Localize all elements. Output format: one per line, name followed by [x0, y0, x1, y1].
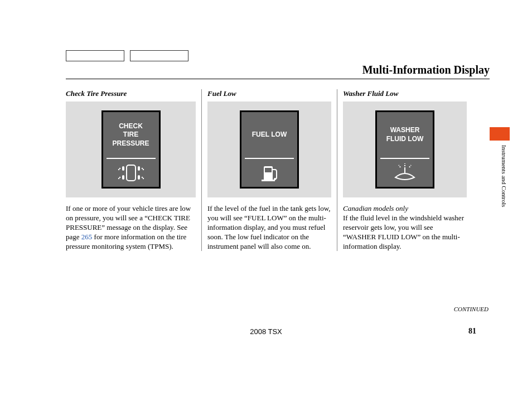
fuel-pump-icon — [241, 159, 297, 187]
body-text: Canadian models only If the fluid level … — [343, 204, 467, 251]
column-heading: Washer Fluid Low — [343, 89, 467, 98]
mid-message: FUEL LOW — [241, 112, 297, 158]
svg-point-16 — [274, 178, 276, 180]
washer-fluid-icon — [377, 159, 433, 187]
svg-rect-14 — [265, 168, 272, 172]
svg-point-7 — [141, 168, 142, 169]
svg-rect-3 — [122, 175, 124, 180]
mid-screen: CHECK TIRE PRESSURE — [101, 110, 161, 189]
svg-point-8 — [142, 169, 143, 170]
column-tire-pressure: Check Tire Pressure CHECK TIRE PRESSURE — [66, 89, 201, 251]
manual-page: Multi-Information Display Check Tire Pre… — [66, 50, 490, 251]
continued-label: CONTINUED — [454, 306, 489, 312]
svg-point-12 — [142, 178, 143, 179]
column-heading: Fuel Low — [207, 89, 331, 98]
tpms-icon — [103, 159, 159, 187]
page-ref-link[interactable]: 265 — [81, 233, 93, 241]
svg-point-11 — [141, 177, 142, 178]
page-number: 81 — [468, 327, 476, 336]
title-row: Multi-Information Display — [66, 64, 490, 79]
display-panel: CHECK TIRE PRESSURE — [66, 102, 196, 197]
svg-point-6 — [118, 169, 119, 170]
svg-rect-0 — [127, 165, 136, 181]
svg-rect-15 — [262, 180, 275, 181]
svg-rect-4 — [138, 175, 140, 180]
page-title: Multi-Information Display — [362, 64, 490, 76]
model-note: Canadian models only — [343, 204, 408, 213]
svg-point-10 — [118, 178, 119, 179]
section-tab — [490, 127, 510, 141]
body-text: If the level of the fuel in the tank get… — [207, 204, 331, 251]
column-fuel-low: Fuel Low FUEL LOW — [201, 89, 337, 251]
svg-point-9 — [119, 177, 120, 178]
section-label: Instruments and Controls — [501, 145, 507, 207]
top-placeholder-boxes — [66, 50, 490, 61]
footer-model: 2008 TSX — [0, 327, 532, 336]
body-text: If one or more of your vehicle tires are… — [66, 204, 196, 251]
svg-rect-2 — [138, 166, 140, 171]
mid-message: CHECK TIRE PRESSURE — [103, 112, 159, 158]
column-washer-fluid: Washer Fluid Low WASHER FLUID LOW — [337, 89, 472, 251]
svg-rect-1 — [122, 166, 124, 171]
svg-line-20 — [409, 165, 411, 167]
mid-screen: WASHER FLUID LOW — [375, 110, 434, 189]
svg-line-18 — [399, 165, 400, 167]
display-panel: FUEL LOW — [207, 102, 331, 197]
display-panel: WASHER FLUID LOW — [343, 102, 467, 197]
mid-screen: FUEL LOW — [240, 110, 299, 189]
svg-point-5 — [119, 168, 120, 169]
content-columns: Check Tire Pressure CHECK TIRE PRESSURE — [66, 89, 490, 251]
placeholder-box — [130, 50, 188, 61]
mid-message: WASHER FLUID LOW — [377, 112, 433, 158]
body-main: If the fluid level in the windshield was… — [343, 214, 464, 250]
column-heading: Check Tire Pressure — [66, 89, 196, 98]
placeholder-box — [66, 50, 124, 61]
